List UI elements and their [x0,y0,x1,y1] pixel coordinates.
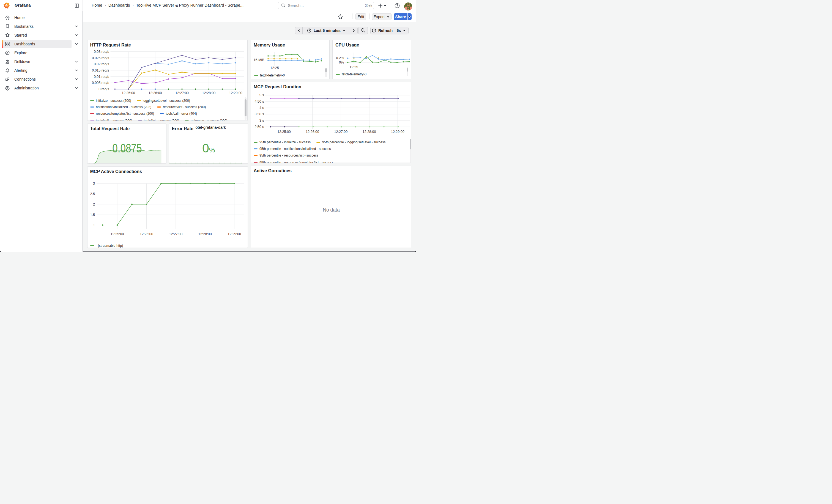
svg-text:0.025 req/s: 0.025 req/s [92,56,109,60]
svg-text:12:28:00: 12:28:00 [202,91,215,95]
svg-text:1: 1 [93,223,95,227]
svg-text:4.50 s: 4.50 s [255,100,264,103]
svg-text:12:26:00: 12:26:00 [148,91,162,95]
svg-text:2: 2 [93,202,95,206]
svg-text:12:25:00: 12:25:00 [277,130,291,134]
svg-text:12:27:00: 12:27:00 [175,91,189,95]
svg-text:12:29:00: 12:29:00 [391,130,405,134]
svg-text:12:25: 12:25 [270,66,279,70]
svg-text:5 s: 5 s [259,93,264,97]
svg-text:0.005 req/s: 0.005 req/s [92,81,109,85]
svg-text:12:26:00: 12:26:00 [306,130,319,134]
svg-text:0.02 req/s: 0.02 req/s [94,62,109,66]
svg-text:0.015 req/s: 0.015 req/s [92,69,109,72]
svg-text:12:29:00: 12:29:00 [228,232,241,236]
svg-text:3 s: 3 s [259,118,264,123]
svg-text:0.01 req/s: 0.01 req/s [94,75,109,79]
svg-text:0.03 req/s: 0.03 req/s [94,50,109,54]
svg-text:3: 3 [93,182,95,185]
svg-text:12:29:00: 12:29:00 [229,91,242,95]
svg-text:1.5: 1.5 [90,213,95,216]
svg-text:12:25:00: 12:25:00 [110,232,124,236]
svg-text:12:26:00: 12:26:00 [140,232,153,236]
svg-text:0.2%: 0.2% [336,56,344,60]
svg-text:12:28:00: 12:28:00 [363,130,376,134]
svg-text:12:25: 12:25 [349,65,358,69]
svg-text:2.5: 2.5 [90,192,95,195]
svg-text:12:27:00: 12:27:00 [334,130,348,134]
svg-text:12:28:00: 12:28:00 [198,232,212,236]
svg-text:3.50 s: 3.50 s [255,112,264,116]
svg-text:0%: 0% [339,60,344,64]
svg-text:16 MiB: 16 MiB [254,58,264,62]
svg-text:0 req/s: 0 req/s [99,87,109,91]
svg-text:12:27:00: 12:27:00 [169,232,182,236]
svg-text:12:25:00: 12:25:00 [122,91,135,95]
svg-text:2.50 s: 2.50 s [255,125,264,129]
svg-text:4 s: 4 s [259,106,264,110]
